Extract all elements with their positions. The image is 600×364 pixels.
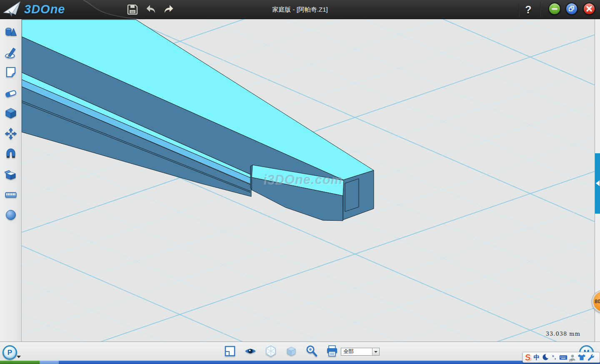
ime-settings-button[interactable] — [587, 352, 595, 362]
print-button[interactable] — [325, 344, 340, 359]
surface-sheet-icon — [4, 65, 18, 79]
dropdown-arrow-button[interactable] — [372, 348, 379, 355]
close-icon — [584, 3, 595, 14]
restore-button[interactable] — [565, 2, 578, 15]
view-plane-button[interactable] — [222, 344, 238, 359]
ime-punctuation-button[interactable]: °, — [550, 352, 558, 362]
sketch-pencil-icon — [4, 46, 18, 59]
visibility-button[interactable] — [243, 344, 258, 359]
titlebar-separator — [540, 2, 541, 17]
redo-button[interactable] — [162, 3, 175, 16]
printer-icon — [325, 344, 339, 358]
move-arrows-icon — [4, 127, 18, 140]
ime-toolbar: S 中 °, 19 — [522, 352, 600, 363]
primitives-icon — [4, 25, 18, 39]
magnifier-icon — [305, 344, 318, 358]
ime-keyboard-button[interactable] — [559, 352, 568, 362]
material-tool-button[interactable] — [3, 208, 18, 223]
user-count-badge: 19 — [569, 359, 572, 362]
application-window: 3DOne 家庭版 - [阿帕奇.Z1] ? — [0, 0, 600, 364]
help-button[interactable]: ? — [522, 2, 534, 17]
chinese-mode-label: 中 — [534, 354, 540, 362]
close-button[interactable] — [583, 2, 595, 15]
titlebar-separator — [519, 2, 520, 17]
zoom-button[interactable] — [304, 344, 319, 359]
eraser-icon — [4, 86, 18, 100]
wireframe-display-button[interactable] — [263, 344, 278, 359]
minimize-icon — [552, 8, 558, 10]
titlebar: 3DOne 家庭版 - [阿帕奇.Z1] ? — [0, 0, 600, 19]
shaded-cube-icon — [285, 344, 298, 358]
sogou-logo-icon: S — [525, 352, 531, 362]
watermark: i3DOne.com — [263, 172, 343, 187]
sketch-surface-tool-button[interactable] — [3, 65, 18, 80]
cube-icon — [4, 107, 18, 120]
save-button[interactable] — [126, 3, 139, 16]
ime-language-mode-button[interactable]: 中 — [532, 352, 541, 362]
keyboard-icon — [559, 354, 568, 361]
ruler-icon — [4, 188, 18, 202]
minimize-button[interactable] — [548, 2, 561, 15]
tshirt-icon — [578, 354, 586, 361]
brand-text: 3DOne — [24, 2, 65, 16]
punctuation-label: °, — [552, 354, 556, 360]
ime-night-mode-button[interactable] — [541, 352, 550, 362]
feature-tool-button[interactable] — [3, 106, 18, 121]
wireframe-cube-icon — [264, 344, 278, 358]
app-logo: 3DOne — [2, 1, 65, 17]
taskbar-active-segment[interactable] — [40, 361, 59, 364]
3d-model[interactable]: i3DOne.com i3DOne.com — [22, 19, 595, 342]
magnet-icon — [4, 147, 18, 161]
open-box-icon — [4, 168, 18, 181]
display-filter-value: 全部 — [341, 348, 372, 355]
view-plane-icon — [223, 344, 237, 358]
3d-viewport[interactable]: i3DOne.com i3DOne.com 33.038 mm — [22, 19, 595, 342]
paper-plane-icon — [2, 0, 23, 18]
ime-account-button[interactable]: 19 — [568, 352, 577, 362]
sphere-icon — [4, 208, 18, 222]
ime-logo-button[interactable]: S — [524, 352, 532, 362]
panel-flyout-tab[interactable] — [595, 153, 600, 214]
chevron-left-icon — [596, 180, 600, 186]
chevron-down-icon — [374, 351, 378, 353]
profile-dropdown-arrow[interactable] — [17, 356, 21, 358]
primitives-tool-button[interactable] — [3, 25, 18, 40]
combine-tool-button[interactable] — [3, 167, 18, 182]
magnet-snap-tool-button[interactable] — [3, 147, 18, 162]
measure-tool-button[interactable] — [3, 188, 18, 203]
save-icon — [126, 3, 139, 16]
shaded-display-button[interactable] — [284, 344, 299, 359]
moon-icon — [542, 354, 549, 361]
left-toolbar — [0, 19, 22, 342]
undo-arrow-icon — [144, 3, 158, 16]
bottom-toolbar: P — [0, 342, 600, 361]
eraser-edit-tool-button[interactable] — [3, 86, 18, 101]
wrench-icon — [587, 354, 595, 361]
window-title: 家庭版 - [阿帕奇.Z1] — [0, 0, 600, 19]
move-tool-button[interactable] — [3, 127, 18, 142]
display-filter-dropdown[interactable]: 全部 — [341, 348, 380, 356]
eye-icon — [244, 344, 257, 358]
sketch-tool-button[interactable] — [3, 45, 18, 60]
taskbar-start-segment[interactable] — [0, 361, 40, 364]
dimension-readout: 33.038 mm — [546, 331, 580, 337]
undo-button[interactable] — [144, 3, 158, 16]
redo-arrow-icon — [162, 3, 175, 16]
ime-skin-button[interactable] — [577, 352, 586, 362]
profile-p-button[interactable]: P — [2, 345, 17, 360]
taskbar-edge — [0, 361, 600, 364]
